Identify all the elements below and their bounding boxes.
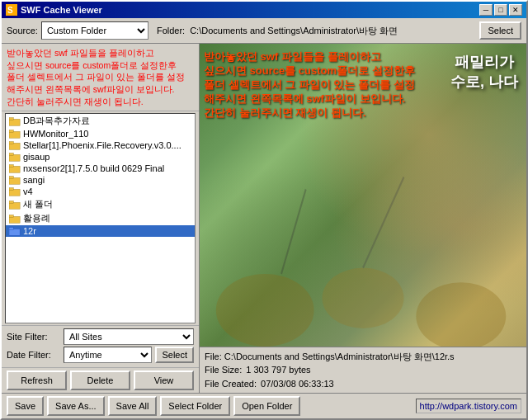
save-all-button[interactable]: Save All: [108, 396, 158, 416]
titlebar-buttons: ─ □ ✕: [479, 4, 522, 16]
open-folder-button[interactable]: Open Folder: [233, 396, 300, 416]
svg-rect-20: [9, 229, 20, 236]
file-path-row: File: C:\Documents and Settings\Administ…: [205, 350, 521, 364]
file-size-value: 1 303 797 bytes: [246, 365, 310, 375]
list-item-label: 새 폴더: [23, 198, 53, 210]
close-button[interactable]: ✕: [509, 4, 522, 16]
list-item-label: gisaup: [23, 152, 50, 162]
list-item[interactable]: Stellar[1].Phoenix.File.Recovery.v3.0...…: [6, 139, 195, 151]
svg-rect-5: [9, 130, 13, 133]
svg-rect-12: [9, 178, 20, 185]
overlay-text: 받아놓았던 swf 파일들을 플레이하고 싶으시면 source를 custom…: [204, 50, 415, 120]
svg-rect-11: [9, 165, 13, 168]
list-item[interactable]: v4: [6, 186, 195, 197]
folder-icon: [9, 163, 21, 173]
overlay-title: 패밀리가수로, 나다: [450, 52, 518, 92]
filters-area: Site Filter: All Sites Date Filter: Anyt…: [2, 325, 199, 367]
svg-point-23: [323, 267, 404, 328]
titlebar: S SWF Cache Viewer ─ □ ✕: [2, 2, 526, 18]
folder-icon: [9, 129, 21, 139]
file-created-value: 07/03/08 06:33:13: [261, 379, 334, 389]
titlebar-left: S SWF Cache Viewer: [6, 4, 102, 16]
svg-point-22: [216, 274, 314, 347]
list-item[interactable]: 새 폴더: [6, 197, 195, 211]
file-info: File: C:\Documents and Settings\Administ…: [200, 347, 526, 394]
delete-button[interactable]: Delete: [70, 370, 130, 390]
svg-rect-3: [9, 118, 13, 120]
folder-select-button[interactable]: Select: [479, 21, 521, 40]
save-button[interactable]: Save: [7, 396, 44, 416]
korean-notice: 받아놓았던 swf 파일들을 플레이하고싶으시면 source를 custom폴…: [2, 44, 199, 111]
list-item-label: sangi: [23, 175, 45, 185]
file-created-row: File Created: 07/03/08 06:33:13: [205, 377, 521, 391]
date-filter-label: Date Filter:: [7, 350, 60, 360]
svg-rect-15: [9, 188, 13, 191]
save-as-button[interactable]: Save As...: [47, 396, 105, 416]
view-button[interactable]: View: [134, 370, 194, 390]
list-item[interactable]: HWMonitor_110: [6, 128, 195, 139]
left-panel: 받아놓았던 swf 파일들을 플레이하고싶으시면 source를 custom폴…: [2, 44, 200, 393]
svg-point-24: [416, 282, 506, 347]
list-item-label: 12r: [23, 226, 36, 236]
list-item[interactable]: DB과목추가자료: [6, 114, 195, 128]
list-item-label: nxsensor2[1].7.5.0 build 0629 Final: [23, 163, 164, 173]
minimize-button[interactable]: ─: [479, 4, 493, 16]
filter-select-button[interactable]: Select: [155, 347, 194, 363]
select-folder-button[interactable]: Select Folder: [160, 396, 230, 416]
folder-label: Folder:: [157, 26, 185, 35]
site-filter-select[interactable]: All Sites: [64, 328, 194, 345]
website-link[interactable]: http://wdpark.tistory.com: [416, 399, 521, 413]
folder-icon: [9, 140, 21, 150]
right-panel: 받아놓았던 swf 파일들을 플레이하고 싶으시면 source를 custom…: [200, 44, 526, 393]
svg-rect-19: [9, 215, 13, 218]
folder-icon: [9, 226, 21, 236]
list-item-label: HWMonitor_110: [23, 129, 88, 139]
maximize-button[interactable]: □: [494, 4, 507, 16]
svg-line-25: [281, 189, 306, 274]
file-size-row: File Size: 1 303 797 bytes: [205, 363, 521, 377]
file-label: File:: [205, 352, 222, 361]
svg-rect-4: [9, 132, 20, 139]
list-item-label: v4: [23, 186, 33, 196]
actions-row: Refresh Delete View: [2, 367, 199, 393]
svg-rect-16: [9, 202, 20, 209]
list-item[interactable]: gisaup: [6, 151, 195, 163]
file-size-label: File Size:: [205, 365, 242, 375]
source-select[interactable]: Custom FolderIE CacheFirefox Cache: [41, 21, 148, 40]
window-title: SWF Cache Viewer: [21, 5, 102, 15]
source-label: Source:: [7, 26, 38, 35]
folder-icon: [9, 175, 21, 185]
folder-icon: [9, 152, 21, 162]
svg-rect-6: [9, 144, 20, 150]
date-filter-row: Date Filter: AnytimeTodayThis WeekThis M…: [7, 347, 194, 363]
preview-area: 받아놓았던 swf 파일들을 플레이하고 싶으시면 source를 custom…: [200, 44, 526, 347]
svg-rect-2: [9, 119, 20, 125]
bottom-bar: Save Save As... Save All Select Folder O…: [2, 393, 526, 418]
svg-text:S: S: [7, 6, 13, 15]
svg-rect-17: [9, 201, 13, 204]
folder-icon: [9, 116, 21, 126]
site-filter-row: Site Filter: All Sites: [7, 328, 194, 345]
folder-icon: [9, 200, 21, 210]
refresh-button[interactable]: Refresh: [7, 370, 67, 390]
svg-rect-7: [9, 142, 13, 144]
svg-rect-14: [9, 190, 20, 196]
list-item[interactable]: sangi: [6, 174, 195, 186]
main-area: 받아놓았던 swf 파일들을 플레이하고싶으시면 source를 custom폴…: [2, 44, 526, 393]
svg-rect-21: [9, 228, 13, 230]
list-item[interactable]: 활용례: [6, 211, 195, 225]
list-item-label: Stellar[1].Phoenix.File.Recovery.v3.0...…: [23, 140, 182, 150]
date-filter-select[interactable]: AnytimeTodayThis WeekThis Month: [64, 347, 152, 363]
list-item-label: DB과목추가자료: [23, 115, 90, 127]
folder-icon: [9, 214, 21, 224]
file-list[interactable]: DB과목추가자료 HWMonitor_110 Stellar[1].Phoeni…: [5, 113, 196, 323]
list-item-selected[interactable]: 12r: [6, 225, 195, 237]
site-filter-label: Site Filter:: [7, 332, 60, 342]
svg-rect-8: [9, 155, 20, 162]
svg-rect-9: [9, 153, 13, 156]
app-icon: S: [6, 4, 17, 16]
list-item[interactable]: nxsensor2[1].7.5.0 build 0629 Final: [6, 163, 195, 174]
svg-rect-18: [9, 216, 20, 223]
folder-icon: [9, 186, 21, 196]
svg-rect-13: [9, 177, 13, 179]
